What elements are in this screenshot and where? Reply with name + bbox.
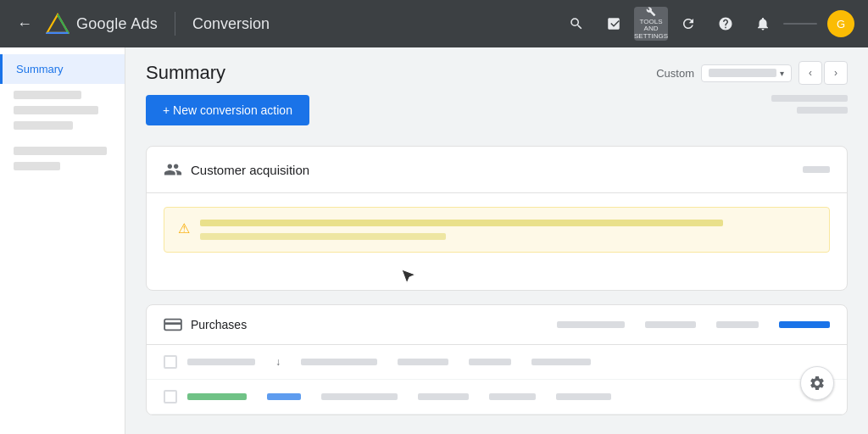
svg-marker-0 (47, 14, 68, 33)
tr-line-row2-2 (418, 393, 469, 400)
search-icon (569, 16, 584, 31)
row-1-lines: ↓ (187, 356, 830, 368)
row-2-lines (187, 393, 830, 400)
top-right-placeholder (771, 95, 848, 114)
settings-fab-icon (809, 375, 826, 392)
tools-settings-icon (643, 7, 659, 17)
sidebar-line-2 (14, 106, 98, 114)
tr-line-blue (267, 393, 301, 400)
back-button[interactable]: ← (14, 12, 36, 36)
sidebar-line-1 (14, 91, 81, 99)
cursor-icon (401, 269, 416, 287)
svg-marker-2 (47, 14, 68, 33)
user-avatar[interactable]: G (827, 10, 854, 37)
tr-line-green (187, 393, 247, 400)
warning-icon: ⚠ (178, 220, 190, 236)
date-picker-value (709, 69, 776, 77)
sidebar-line-3 (14, 121, 73, 130)
nav-separator (783, 23, 817, 25)
tr-line-row2-4 (556, 393, 611, 400)
customer-acquisition-title: Customer acquisition (191, 163, 309, 177)
customer-acquisition-card: Customer acquisition ⚠ (146, 146, 848, 291)
campaigns-icon-btn[interactable] (597, 7, 631, 41)
brand-label: Google Ads (76, 15, 158, 33)
customer-acquisition-header: Customer acquisition (147, 147, 847, 193)
summary-header: Summary Custom ▾ ‹ › (125, 47, 868, 95)
action-row: + New conversion action (146, 95, 848, 146)
tr-line-row2-1 (321, 393, 398, 400)
custom-label: Custom (656, 67, 694, 80)
customer-acquisition-icon (164, 160, 182, 179)
search-icon-btn[interactable] (559, 7, 593, 41)
tools-settings-label: TOOLS AND SETTINGS (634, 19, 668, 41)
settings-fab[interactable] (800, 366, 834, 400)
nav-icons: TOOLS AND SETTINGS G (559, 7, 854, 41)
notifications-icon (755, 16, 771, 31)
tr-line-3 (398, 359, 448, 365)
nav-arrows: ‹ › (798, 61, 848, 85)
card-menu-icon[interactable] (803, 166, 830, 173)
tools-settings-btn[interactable]: TOOLS AND SETTINGS (634, 7, 668, 41)
ph-line-3 (716, 321, 759, 328)
warning-content (200, 220, 815, 240)
sidebar: Summary (0, 47, 125, 434)
main-content: Summary Custom ▾ ‹ › + New conversion ac… (125, 47, 868, 434)
table-row-1: ↓ (147, 345, 847, 380)
purchases-header: Purchases (147, 305, 847, 345)
sidebar-line-5 (14, 162, 60, 170)
sidebar-line-4 (14, 147, 107, 155)
top-navigation: ← Google Ads Conversion TOOLS AND SETTIN… (0, 0, 868, 47)
google-ads-logo-icon (46, 12, 70, 36)
next-arrow-btn[interactable]: › (824, 61, 848, 85)
tr-line-2 (301, 359, 377, 365)
logo: Google Ads (46, 12, 158, 36)
ph-line-1 (557, 321, 625, 328)
campaigns-icon (606, 16, 621, 31)
header-right-controls: Custom ▾ ‹ › (656, 61, 848, 85)
cursor-area (147, 266, 847, 290)
placeholder-line-2 (797, 107, 848, 114)
sidebar-item-summary[interactable]: Summary (0, 54, 125, 84)
tr-line-row2-3 (489, 393, 536, 400)
tr-line-5 (531, 359, 591, 365)
purchases-card: Purchases ↓ (146, 304, 848, 415)
nav-divider (175, 12, 175, 36)
checkbox-1[interactable] (164, 355, 177, 369)
checkbox-2[interactable] (164, 390, 177, 403)
refresh-icon-btn[interactable] (671, 7, 705, 41)
nav-title: Conversion (192, 15, 270, 33)
tr-line-1 (187, 359, 255, 365)
purchases-icon (164, 317, 182, 332)
date-picker[interactable]: ▾ (701, 64, 792, 82)
ph-line-2 (645, 321, 696, 328)
main-layout: Summary Summary Custom ▾ ‹ › (0, 47, 868, 434)
warning-text-line-1 (200, 220, 723, 226)
placeholder-line-1 (771, 95, 848, 102)
help-icon-btn[interactable] (709, 7, 743, 41)
prev-arrow-btn[interactable]: ‹ (798, 61, 822, 85)
new-conversion-button[interactable]: + New conversion action (146, 95, 309, 125)
purchases-title: Purchases (191, 318, 548, 331)
content-area: + New conversion action Customer acquisi… (125, 95, 868, 434)
help-icon (718, 16, 733, 31)
warning-text-line-2 (200, 233, 446, 240)
refresh-icon (681, 16, 696, 31)
sidebar-item-label: Summary (16, 63, 64, 75)
sort-icon[interactable]: ↓ (275, 356, 281, 368)
tr-line-4 (469, 359, 511, 365)
svg-marker-1 (47, 14, 68, 33)
card-title-row: Customer acquisition (164, 160, 309, 179)
notifications-icon-btn[interactable] (746, 7, 780, 41)
warning-banner: ⚠ (164, 207, 830, 253)
table-row-2 (147, 380, 847, 415)
purchases-header-lines (557, 321, 830, 328)
svg-rect-4 (164, 322, 181, 325)
dropdown-arrow-icon: ▾ (780, 69, 784, 78)
ph-line-blue-1 (779, 321, 830, 328)
page-title: Summary (146, 62, 225, 84)
